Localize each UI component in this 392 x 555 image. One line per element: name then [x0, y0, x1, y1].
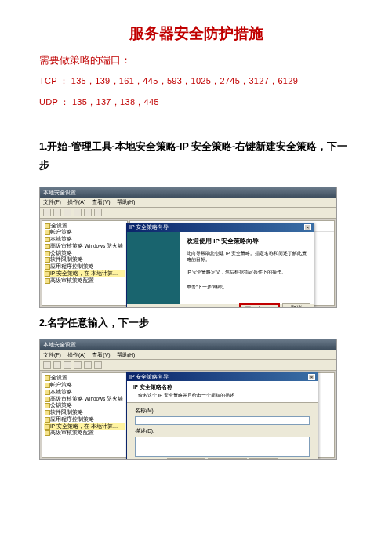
back-button[interactable]: < 上一步(B): [167, 458, 205, 460]
toolbar-icon[interactable]: [64, 361, 71, 369]
tree-item[interactable]: 公钥策略: [44, 402, 125, 409]
tree-item[interactable]: 本地策略: [44, 389, 125, 396]
close-icon[interactable]: ×: [308, 374, 315, 380]
window-menubar: 文件(F) 操作(A) 查看(V) 帮助(H): [40, 198, 336, 208]
tree-item[interactable]: 高级审核策略配置: [44, 430, 125, 437]
toolbar-icon[interactable]: [74, 361, 82, 369]
menu-view[interactable]: 查看(V): [92, 198, 110, 206]
cancel-button[interactable]: 取消: [249, 458, 278, 460]
tree-item[interactable]: 软件限制策略: [44, 409, 125, 416]
tree-item-ip-policy[interactable]: IP 安全策略，在 本地计算…: [44, 423, 125, 430]
tree-item[interactable]: 帐户策略: [44, 229, 125, 236]
dialog-header: IP 安全策略名称 命名这个 IP 安全策略并且给出一个简短的描述: [127, 381, 318, 403]
document-title: 服务器安全防护措施: [39, 24, 353, 44]
toolbar-icon[interactable]: [84, 209, 92, 216]
tree-item[interactable]: 高级审核策略 Windows 防火墙: [44, 243, 125, 250]
dialog-header-subtitle: 命名这个 IP 安全策略并且给出一个简短的描述: [133, 392, 311, 399]
wizard-button-row: < 上一步(B) 下一步(N) > 取消: [127, 458, 318, 460]
tree-root[interactable]: 安全设置: [44, 223, 125, 230]
window-toolbar: [40, 208, 336, 219]
cancel-button[interactable]: 取消: [282, 303, 310, 308]
description-textarea[interactable]: [135, 437, 310, 457]
udp-ports: UDP ： 135，137，138，445: [39, 96, 353, 108]
window-titlebar: 本地安全设置: [40, 187, 336, 198]
step-2-text: 2.名字任意输入，下一步: [39, 314, 353, 333]
tree-item[interactable]: 高级审核策略配置: [44, 278, 125, 285]
ports-subtitle: 需要做策略的端口：: [39, 53, 353, 67]
menu-action[interactable]: 操作(A): [67, 351, 85, 359]
window-menubar: 文件(F) 操作(A) 查看(V) 帮助(H): [40, 350, 336, 360]
menu-view[interactable]: 查看(V): [92, 351, 110, 359]
content-panel: 名称 IP 安全策略向导 × 欢迎使用 IP 安全策略向导 此向导帮助您创建 I…: [129, 220, 335, 306]
toolbar-icon[interactable]: [43, 209, 51, 216]
wizard-dialog-2: IP 安全策略向导 × IP 安全策略名称 命名这个 IP 安全策略并且给出一个…: [126, 372, 318, 460]
toolbar-icon[interactable]: [74, 209, 82, 216]
toolbar-icon[interactable]: [84, 361, 92, 369]
next-button[interactable]: 下一步(N) >: [208, 458, 247, 460]
screenshot-2: 本地安全设置 文件(F) 操作(A) 查看(V) 帮助(H) 安全设置 帐户策略…: [39, 339, 337, 460]
menu-file[interactable]: 文件(F): [43, 198, 61, 206]
tree-panel: 安全设置 帐户策略 本地策略 高级审核策略 Windows 防火墙 公钥策略 软…: [42, 372, 128, 458]
wizard-heading: 欢迎使用 IP 安全策略向导: [187, 237, 307, 245]
toolbar-icon[interactable]: [53, 361, 61, 369]
dialog-titlebar: IP 安全策略向导 ×: [127, 372, 318, 381]
toolbar-icon[interactable]: [64, 209, 71, 216]
tree-item[interactable]: 软件限制策略: [44, 256, 125, 263]
tree-item-ip-policy[interactable]: IP 安全策略，在 本地计算…: [44, 270, 125, 278]
wizard-text: IP 安全策略定义，然后根据指定条件下的操作。: [187, 269, 307, 275]
wizard-sidebar-image: [127, 232, 180, 304]
dialog-header-title: IP 安全策略名称: [133, 384, 311, 391]
toolbar-icon[interactable]: [43, 361, 51, 369]
tree-item[interactable]: 帐户策略: [44, 382, 125, 389]
tree-item[interactable]: 应用程序控制策略: [44, 263, 125, 270]
toolbar-icon[interactable]: [94, 209, 102, 216]
content-panel: IP 安全策略向导 × IP 安全策略名称 命名这个 IP 安全策略并且给出一个…: [129, 372, 335, 458]
window-toolbar: [40, 360, 336, 371]
tree-item[interactable]: 本地策略: [44, 236, 125, 243]
toolbar-icon[interactable]: [53, 209, 61, 216]
toolbar-icon[interactable]: [94, 361, 102, 369]
window-title: 本地安全设置: [43, 189, 76, 197]
dialog-titlebar: IP 安全策略向导 ×: [127, 223, 314, 232]
tree-root[interactable]: 安全设置: [44, 375, 125, 382]
wizard-dialog-1: IP 安全策略向导 × 欢迎使用 IP 安全策略向导 此向导帮助您创建 IP 安…: [126, 223, 314, 308]
tree-item[interactable]: 高级审核策略 Windows 防火墙: [44, 396, 125, 403]
close-icon[interactable]: ×: [304, 224, 311, 230]
wizard-main: 欢迎使用 IP 安全策略向导 此向导帮助您创建 IP 安全策略。指定名称和简述了…: [180, 232, 314, 304]
tree-item[interactable]: 应用程序控制策略: [44, 416, 125, 423]
window-titlebar: 本地安全设置: [40, 339, 336, 350]
wizard-text: 此向导帮助您创建 IP 安全策略。指定名称和简述了解此策略的目标。: [187, 250, 307, 263]
dialog-body: 名称(M): 描述(D):: [127, 403, 318, 460]
wizard-hint: 单击"下一步"继续。: [187, 284, 307, 290]
step-1-text: 1.开始-管理工具-本地安全策略-IP 安全策略-右键新建安全策略，下一步: [39, 138, 353, 176]
menu-help[interactable]: 帮助(H): [117, 351, 136, 359]
menu-help[interactable]: 帮助(H): [117, 198, 136, 206]
tcp-ports: TCP ： 135，139，161，445，593，1025，2745，3127…: [39, 75, 353, 87]
description-label: 描述(D):: [135, 428, 310, 435]
tree-panel: 安全设置 帐户策略 本地策略 高级审核策略 Windows 防火墙 公钥策略 软…: [42, 220, 128, 306]
name-input[interactable]: [135, 416, 310, 425]
name-label: 名称(M):: [135, 408, 310, 415]
menu-action[interactable]: 操作(A): [67, 198, 85, 206]
wizard-button-row: 下一步(N) > 取消: [239, 303, 310, 308]
window-title: 本地安全设置: [43, 341, 76, 349]
screenshot-1: 本地安全设置 文件(F) 操作(A) 查看(V) 帮助(H) 安全设置 帐户策略…: [39, 187, 337, 308]
dialog-title: IP 安全策略向导: [129, 223, 169, 231]
menu-file[interactable]: 文件(F): [43, 351, 61, 359]
next-button[interactable]: 下一步(N) >: [239, 303, 280, 308]
dialog-title: IP 安全策略向导: [129, 373, 169, 381]
tree-item[interactable]: 公钥策略: [44, 250, 125, 257]
